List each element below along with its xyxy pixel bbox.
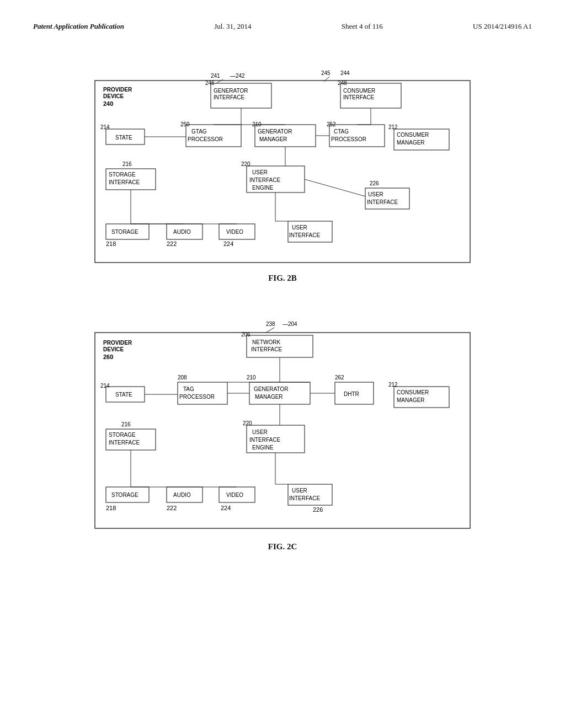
svg-text:INTERFACE: INTERFACE bbox=[289, 232, 320, 238]
svg-text:AUDIO: AUDIO bbox=[173, 492, 191, 498]
n224-label: 224 bbox=[223, 240, 233, 247]
n206-label: 206 bbox=[241, 331, 250, 338]
svg-line-50 bbox=[305, 179, 365, 196]
n250-label: 250 bbox=[180, 121, 190, 127]
svg-rect-58 bbox=[95, 333, 470, 528]
svg-text:USER: USER bbox=[292, 488, 307, 494]
n222-label: 222 bbox=[167, 240, 177, 247]
fig2b-svg: PROVIDER DEVICE 240 241 —242 245 244 GEN… bbox=[89, 47, 476, 268]
svg-text:ENGINE: ENGINE bbox=[252, 185, 274, 191]
n244-label: 244 bbox=[340, 70, 350, 76]
svg-text:INTERFACE: INTERFACE bbox=[109, 179, 140, 185]
svg-text:GTAG: GTAG bbox=[191, 129, 207, 135]
svg-text:USER: USER bbox=[252, 169, 268, 175]
svg-text:INTERFACE: INTERFACE bbox=[251, 346, 282, 352]
svg-text:MANAGER: MANAGER bbox=[397, 140, 425, 146]
svg-text:PROCESSOR: PROCESSOR bbox=[179, 394, 215, 400]
svg-text:INTERFACE: INTERFACE bbox=[249, 177, 280, 183]
svg-text:USER: USER bbox=[292, 224, 307, 231]
svg-text:PROCESSOR: PROCESSOR bbox=[331, 136, 366, 142]
n218-label: 218 bbox=[106, 505, 116, 511]
svg-rect-0 bbox=[95, 81, 470, 263]
n248-label: 248 bbox=[338, 80, 347, 86]
n214-label: 214 bbox=[100, 383, 110, 389]
svg-text:STATE: STATE bbox=[115, 392, 132, 398]
n216-label: 216 bbox=[122, 161, 132, 167]
n214-label: 214 bbox=[100, 124, 110, 130]
svg-text:INTERFACE: INTERFACE bbox=[249, 437, 280, 443]
svg-text:PROVIDER: PROVIDER bbox=[103, 340, 132, 346]
svg-rect-17 bbox=[329, 125, 385, 147]
n204-label: —204 bbox=[282, 321, 297, 327]
svg-text:INTERFACE: INTERFACE bbox=[343, 94, 374, 100]
n238-label: 238 bbox=[266, 321, 275, 327]
n218-label: 218 bbox=[106, 240, 116, 247]
fig2c-section: PROVIDER DEVICE 260 238 —204 NETWORK INT… bbox=[89, 305, 476, 552]
svg-text:MANAGER: MANAGER bbox=[255, 394, 283, 400]
svg-text:CONSUMER: CONSUMER bbox=[397, 389, 429, 395]
svg-text:USER: USER bbox=[368, 191, 383, 197]
svg-text:INTERFACE: INTERFACE bbox=[367, 199, 398, 205]
diagrams-container: PROVIDER DEVICE 240 241 —242 245 244 GEN… bbox=[33, 47, 532, 552]
header-patent-number: US 2014/214916 A1 bbox=[473, 22, 532, 31]
n242-label: —242 bbox=[230, 73, 245, 79]
n210-label: 210 bbox=[247, 374, 256, 381]
svg-text:TAG: TAG bbox=[183, 386, 194, 392]
header-sheet: Sheet 4 of 116 bbox=[342, 22, 383, 31]
svg-text:CONSUMER: CONSUMER bbox=[343, 88, 375, 94]
patent-page: Patent Application Publication Jul. 31, … bbox=[0, 0, 565, 728]
n220-label: 220 bbox=[243, 420, 252, 426]
svg-text:DEVICE: DEVICE bbox=[103, 93, 124, 99]
svg-text:STORAGE: STORAGE bbox=[111, 229, 138, 235]
svg-text:ENGINE: ENGINE bbox=[252, 445, 274, 451]
n212-label: 212 bbox=[388, 124, 398, 130]
svg-text:CONSUMER: CONSUMER bbox=[397, 132, 429, 138]
fig2b-label: FIG. 2B bbox=[89, 274, 476, 283]
svg-rect-69 bbox=[249, 382, 310, 404]
svg-text:NETWORK: NETWORK bbox=[252, 339, 280, 345]
svg-text:INTERFACE: INTERFACE bbox=[109, 440, 140, 446]
svg-text:STORAGE: STORAGE bbox=[111, 492, 138, 498]
svg-text:USER: USER bbox=[252, 429, 268, 435]
n262-label: 262 bbox=[335, 374, 344, 381]
n212-label: 212 bbox=[388, 382, 398, 388]
svg-rect-66 bbox=[178, 382, 227, 404]
svg-text:MANAGER: MANAGER bbox=[259, 136, 287, 142]
svg-text:STORAGE: STORAGE bbox=[109, 432, 136, 438]
svg-text:GENERATOR: GENERATOR bbox=[254, 386, 288, 392]
svg-text:VIDEO: VIDEO bbox=[226, 492, 243, 498]
header-publication-type: Patent Application Publication bbox=[33, 22, 124, 31]
n208-label: 208 bbox=[178, 374, 187, 381]
svg-text:STATE: STATE bbox=[115, 135, 132, 141]
provider-device-label: PROVIDER bbox=[103, 87, 132, 93]
svg-text:PROCESSOR: PROCESSOR bbox=[188, 136, 223, 142]
n226-label: 226 bbox=[313, 506, 323, 513]
fig2c-svg: PROVIDER DEVICE 260 238 —204 NETWORK INT… bbox=[89, 305, 476, 537]
svg-text:INTERFACE: INTERFACE bbox=[289, 495, 320, 501]
svg-rect-14 bbox=[255, 125, 316, 147]
n216-label: 216 bbox=[121, 421, 131, 427]
svg-text:MANAGER: MANAGER bbox=[397, 397, 425, 403]
svg-rect-11 bbox=[186, 125, 241, 147]
svg-text:DEVICE: DEVICE bbox=[103, 346, 124, 352]
n226-label: 226 bbox=[370, 180, 379, 186]
page-header: Patent Application Publication Jul. 31, … bbox=[33, 22, 532, 31]
n252-label: 252 bbox=[327, 121, 336, 127]
svg-text:INTERFACE: INTERFACE bbox=[214, 94, 244, 100]
svg-line-62 bbox=[266, 328, 274, 333]
svg-line-3 bbox=[216, 79, 223, 83]
n220-label: 220 bbox=[241, 161, 250, 167]
svg-text:260: 260 bbox=[103, 354, 113, 360]
n245-label: 245 bbox=[321, 70, 331, 76]
svg-text:STORAGE: STORAGE bbox=[109, 172, 136, 178]
n241-label: 241 bbox=[211, 73, 220, 79]
svg-text:DHTR: DHTR bbox=[344, 391, 359, 397]
n246-label: 246 bbox=[205, 80, 215, 86]
svg-text:GENERATOR: GENERATOR bbox=[258, 129, 292, 135]
svg-text:GENERATOR: GENERATOR bbox=[214, 88, 248, 94]
svg-text:VIDEO: VIDEO bbox=[226, 229, 243, 235]
svg-text:CTAG: CTAG bbox=[334, 129, 349, 135]
header-date: Jul. 31, 2014 bbox=[214, 22, 251, 31]
fig2c-label: FIG. 2C bbox=[89, 542, 476, 552]
svg-text:240: 240 bbox=[103, 100, 113, 107]
